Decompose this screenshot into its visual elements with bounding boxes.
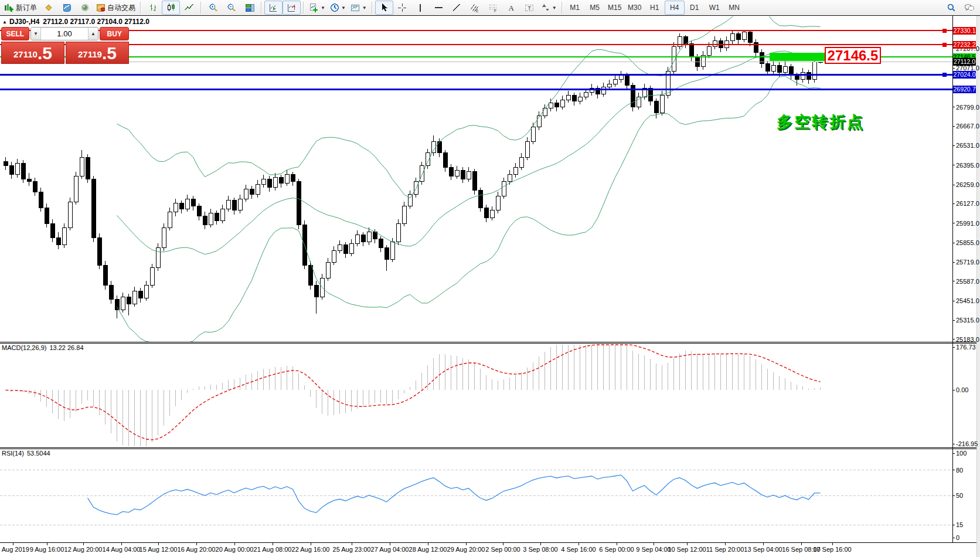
scale-tick: 25991.0 bbox=[953, 220, 979, 227]
price-callout-box[interactable]: 27146.5 bbox=[825, 47, 881, 64]
buy-price-pips: .5 bbox=[102, 45, 117, 62]
main-chart[interactable] bbox=[0, 16, 952, 342]
arrows-button[interactable]: ▼ bbox=[539, 1, 559, 15]
caret-down-icon[interactable]: ▼ bbox=[552, 5, 557, 11]
tf-mn-button[interactable]: MN bbox=[724, 1, 744, 15]
candlestick-chart-button[interactable] bbox=[162, 1, 180, 15]
volume-increase-button[interactable]: ▲ bbox=[88, 28, 98, 40]
time-label: 28 Aug 12:00 bbox=[409, 546, 447, 553]
crosshair-button[interactable] bbox=[393, 1, 411, 15]
tf-m30-button[interactable]: M30 bbox=[625, 1, 645, 15]
tf-m15-button[interactable]: M15 bbox=[605, 1, 625, 15]
price-badge: 27024.0 bbox=[953, 71, 976, 79]
tf-m5-button[interactable]: M5 bbox=[585, 1, 605, 15]
price-scale[interactable]: 27207.027071.026799.026667.026531.026395… bbox=[953, 0, 976, 557]
time-tick bbox=[234, 543, 235, 545]
indicators-button[interactable]: ▼ bbox=[307, 1, 328, 15]
chart-shift-button[interactable] bbox=[283, 1, 301, 15]
text-button[interactable]: A bbox=[502, 1, 520, 15]
macd-signal-line bbox=[6, 345, 821, 440]
time-label: 10 Sep 12:00 bbox=[668, 546, 706, 553]
auto-trading-icon bbox=[96, 3, 106, 12]
time-tick bbox=[579, 543, 579, 545]
time-label: 13 Sep 04:00 bbox=[744, 546, 782, 553]
scale-tick: 26395.0 bbox=[953, 162, 979, 169]
time-tick bbox=[352, 543, 352, 545]
caret-down-icon[interactable]: ▼ bbox=[362, 5, 367, 11]
volume-stepper: ▼ 1.00 ▲ bbox=[30, 27, 99, 40]
macd-pane[interactable] bbox=[0, 344, 952, 447]
vertical-line-button[interactable] bbox=[411, 1, 430, 15]
price-badge: 27330.1 bbox=[953, 27, 976, 35]
time-tick bbox=[832, 543, 833, 545]
time-label: 27 Aug 04:00 bbox=[371, 546, 409, 553]
time-tick bbox=[83, 543, 84, 545]
new-order-button[interactable]: 新订单 bbox=[2, 1, 39, 15]
tile-windows-button[interactable] bbox=[240, 1, 258, 15]
chart-ohlc-title: DJ30-,H427112.0 27117.0 27104.0 27112.0 bbox=[9, 18, 153, 26]
zoom-in-button[interactable] bbox=[204, 1, 222, 15]
time-tick bbox=[196, 543, 197, 545]
sell-price[interactable]: 27110.5 bbox=[1, 42, 64, 64]
tf-d1-button[interactable]: D1 bbox=[685, 1, 705, 15]
tf-m1-button[interactable]: M1 bbox=[565, 1, 585, 15]
collapse-panel-icon[interactable]: ▲ bbox=[2, 19, 7, 25]
time-tick bbox=[801, 543, 802, 545]
text-icon: A bbox=[506, 3, 516, 12]
pane-separator bbox=[0, 449, 980, 449]
rsi-pane[interactable] bbox=[0, 449, 952, 542]
cursor-button[interactable] bbox=[375, 1, 393, 15]
auto-scroll-button[interactable] bbox=[264, 1, 283, 15]
templates-button[interactable]: ▼ bbox=[348, 1, 369, 15]
tf-w1-button[interactable]: W1 bbox=[705, 1, 724, 15]
horizontal-line-icon bbox=[434, 3, 443, 12]
time-label: 8 Aug 2019 bbox=[0, 546, 29, 553]
scale-tick: 26667.0 bbox=[953, 123, 979, 130]
arrows-icon bbox=[541, 3, 550, 12]
time-label: 12 Aug 20:00 bbox=[64, 546, 103, 553]
periods-button[interactable]: ▼ bbox=[328, 1, 348, 15]
channel-icon: E bbox=[470, 3, 479, 12]
annotation-text[interactable]: 多空转折点 bbox=[777, 111, 865, 133]
time-tick bbox=[273, 543, 273, 545]
zoom-out-button[interactable] bbox=[222, 1, 240, 15]
time-tick bbox=[158, 543, 159, 545]
line-chart-button[interactable] bbox=[180, 1, 198, 15]
text-label-button[interactable]: T bbox=[520, 1, 539, 15]
volume-input[interactable]: 1.00 bbox=[41, 28, 87, 40]
time-tick bbox=[687, 543, 688, 545]
scale-tick: 50 bbox=[953, 492, 963, 499]
data-window-icon bbox=[62, 3, 72, 12]
horizontal-line-button[interactable] bbox=[430, 1, 448, 15]
volume-decrease-button[interactable]: ▼ bbox=[31, 28, 42, 40]
time-label: 16 Aug 20:00 bbox=[178, 546, 216, 553]
candlestick-chart-icon bbox=[166, 3, 176, 12]
caret-down-icon[interactable]: ▼ bbox=[321, 5, 325, 11]
caret-down-icon[interactable]: ▼ bbox=[341, 5, 346, 11]
bar-chart-button[interactable] bbox=[144, 1, 162, 15]
auto-trading-button[interactable]: 自动交易 bbox=[94, 1, 138, 15]
tf-h1-button[interactable]: H1 bbox=[645, 1, 665, 15]
fibonacci-button[interactable]: F bbox=[484, 1, 502, 15]
svg-text:F: F bbox=[494, 9, 496, 12]
data-window-button[interactable] bbox=[57, 1, 76, 15]
time-tick bbox=[763, 543, 764, 545]
time-tick bbox=[428, 543, 428, 545]
tf-m5-label: M5 bbox=[590, 4, 600, 12]
market-watch-icon bbox=[44, 3, 53, 12]
sell-button[interactable]: SELL bbox=[1, 27, 29, 40]
channel-button[interactable]: E bbox=[466, 1, 484, 15]
market-watch-button[interactable] bbox=[39, 1, 57, 15]
sound-button[interactable] bbox=[76, 1, 94, 15]
trendline-button[interactable] bbox=[448, 1, 466, 15]
time-axis[interactable]: 8 Aug 20199 Aug 16:0012 Aug 20:0014 Aug … bbox=[0, 543, 952, 557]
vertical-line-icon bbox=[416, 3, 425, 12]
buy-price[interactable]: 27119.5 bbox=[66, 42, 129, 64]
tf-m15-label: M15 bbox=[608, 4, 621, 12]
tf-h4-button[interactable]: H4 bbox=[665, 1, 685, 15]
time-label: 3 Sep 08:00 bbox=[523, 546, 557, 553]
time-tick bbox=[617, 543, 617, 545]
buy-button[interactable]: BUY bbox=[100, 27, 129, 40]
time-tick bbox=[390, 543, 390, 545]
time-tick bbox=[540, 543, 541, 545]
